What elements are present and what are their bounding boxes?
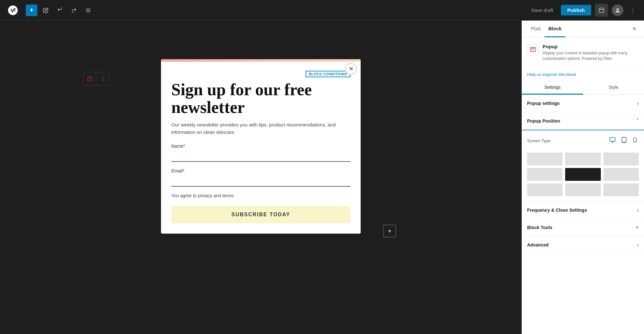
name-label: Name* bbox=[171, 144, 350, 149]
sidebar-close-button[interactable]: × bbox=[630, 23, 639, 35]
position-middle-left[interactable] bbox=[527, 168, 563, 181]
main-area: ⋮ ✕ BLOCK CONDITIONS Sign up for our fre… bbox=[0, 21, 644, 334]
position-grid bbox=[527, 153, 639, 196]
block-tools-title: Block Tools bbox=[527, 225, 635, 230]
popup-content: BLOCK CONDITIONS Sign up for our free ne… bbox=[161, 62, 361, 234]
sidebar: Post Block × Popup Display your content … bbox=[522, 21, 644, 334]
publish-button[interactable]: Publish bbox=[561, 5, 591, 15]
position-bottom-center[interactable] bbox=[565, 183, 601, 196]
popup-position-header[interactable]: Popup Position ˄ bbox=[522, 112, 644, 130]
position-center[interactable] bbox=[565, 168, 601, 181]
popup-position-chevron: ˄ bbox=[636, 117, 639, 125]
position-middle-right[interactable] bbox=[603, 168, 639, 181]
sidebar-tabs: Post Block × bbox=[522, 21, 644, 37]
tab-block[interactable]: Block bbox=[545, 21, 565, 37]
position-bottom-left[interactable] bbox=[527, 183, 563, 196]
block-conditions-badge[interactable]: BLOCK CONDITIONS bbox=[306, 71, 350, 77]
privacy-text: You agree to privacy and terms. bbox=[171, 193, 350, 198]
toolbar-left: + bbox=[5, 3, 525, 18]
screen-tablet-button[interactable] bbox=[620, 135, 629, 146]
popup-settings-chevron: › bbox=[637, 100, 639, 107]
popup-position-content: Screen Type bbox=[522, 130, 644, 201]
frequency-close-chevron: › bbox=[637, 207, 639, 214]
toolbar: + bbox=[0, 0, 644, 21]
advanced-header[interactable]: Advanced › bbox=[522, 237, 644, 254]
help-link[interactable]: Help us improve this block bbox=[527, 72, 639, 77]
save-draft-button[interactable]: Save draft bbox=[527, 5, 557, 15]
screen-desktop-button[interactable] bbox=[608, 135, 617, 146]
advanced-title: Advanced bbox=[527, 242, 637, 247]
popup-close-button[interactable]: ✕ bbox=[345, 63, 357, 75]
position-top-left[interactable] bbox=[527, 153, 563, 165]
block-tools-section: Block Tools + bbox=[522, 219, 644, 237]
add-block-button[interactable]: + bbox=[26, 5, 37, 16]
tab-post[interactable]: Post bbox=[527, 21, 545, 37]
popup-position-title: Popup Position bbox=[527, 118, 636, 124]
screen-mobile-button[interactable] bbox=[631, 135, 639, 146]
name-input[interactable] bbox=[171, 151, 350, 162]
block-toolbar: ⋮ bbox=[83, 72, 109, 86]
wp-logo[interactable] bbox=[5, 3, 21, 18]
screen-type-icons bbox=[608, 135, 639, 146]
popup-description: Our weekly newsletter provides you with … bbox=[171, 121, 350, 136]
layout-view-button[interactable] bbox=[595, 4, 608, 17]
block-tools-plus: + bbox=[635, 224, 639, 231]
svg-rect-3 bbox=[599, 8, 604, 13]
email-input[interactable] bbox=[171, 175, 350, 187]
advanced-chevron: › bbox=[637, 242, 639, 248]
position-top-right[interactable] bbox=[603, 153, 639, 165]
inner-tabs: Settings Style bbox=[522, 81, 644, 95]
svg-rect-8 bbox=[610, 137, 615, 141]
add-block-floating-button[interactable]: + bbox=[383, 225, 396, 237]
frequency-close-header[interactable]: Frequency & Close Settings › bbox=[522, 202, 644, 219]
subscribe-button[interactable]: SUBSCRIBE TODAY bbox=[171, 206, 350, 223]
editor-area: ⋮ ✕ BLOCK CONDITIONS Sign up for our fre… bbox=[0, 21, 522, 334]
block-tools-header[interactable]: Block Tools + bbox=[522, 219, 644, 236]
block-icon bbox=[527, 44, 539, 55]
email-label: Email* bbox=[171, 168, 350, 173]
edit-icon-button[interactable] bbox=[40, 5, 52, 16]
svg-point-5 bbox=[617, 8, 619, 10]
frequency-close-section: Frequency & Close Settings › bbox=[522, 202, 644, 219]
position-top-center[interactable] bbox=[565, 153, 601, 165]
name-form-group: Name* bbox=[171, 144, 350, 162]
block-desc: Display your content in beautiful popup … bbox=[543, 51, 639, 61]
tab-style[interactable]: Style bbox=[583, 81, 644, 95]
popup-modal: ✕ BLOCK CONDITIONS Sign up for our free … bbox=[161, 59, 361, 234]
frequency-close-title: Frequency & Close Settings bbox=[527, 208, 637, 213]
popup-settings-title: Popup settings bbox=[527, 101, 637, 106]
block-name: Popup bbox=[543, 44, 639, 49]
popup-settings-section: Popup settings › bbox=[522, 95, 644, 112]
undo-button[interactable] bbox=[54, 5, 66, 16]
popup-position-section: Popup Position ˄ Screen Type bbox=[522, 112, 644, 202]
screen-type-label: Screen Type bbox=[527, 138, 551, 143]
svg-point-12 bbox=[624, 141, 624, 142]
email-form-group: Email* bbox=[171, 168, 350, 187]
more-options-button[interactable]: ⋮ bbox=[627, 5, 639, 16]
block-info-text: Popup Display your content in beautiful … bbox=[543, 44, 639, 61]
toolbar-right: Save draft Publish ⋮ bbox=[527, 4, 639, 17]
popup-title: Sign up for our free newsletter bbox=[171, 81, 350, 116]
tab-settings[interactable]: Settings bbox=[522, 81, 583, 95]
popup-header-bar bbox=[161, 59, 361, 62]
block-more-button[interactable]: ⋮ bbox=[96, 72, 109, 85]
block-popup-icon-button[interactable] bbox=[83, 72, 96, 85]
popup-settings-header[interactable]: Popup settings › bbox=[522, 95, 644, 112]
screen-type-row: Screen Type bbox=[527, 135, 639, 146]
position-bottom-right[interactable] bbox=[603, 183, 639, 196]
svg-point-14 bbox=[635, 141, 635, 141]
redo-button[interactable] bbox=[68, 5, 80, 16]
list-view-button[interactable] bbox=[82, 5, 94, 16]
sidebar-block-info: Popup Display your content in beautiful … bbox=[522, 37, 644, 68]
user-avatar-button[interactable] bbox=[612, 5, 623, 16]
advanced-section: Advanced › bbox=[522, 237, 644, 254]
